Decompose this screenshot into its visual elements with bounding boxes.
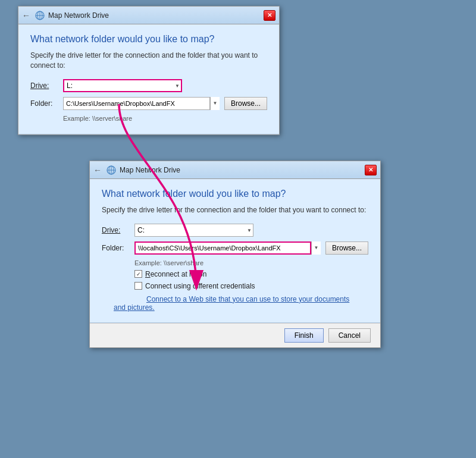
top-strip-2: What network folder would you like to ma… (90, 179, 380, 323)
globe-icon-2 (107, 165, 116, 175)
reconnect-label: Reconnect at logon (145, 270, 206, 278)
drive-select-2[interactable]: C: ▼ (134, 224, 253, 237)
folder-input-2[interactable]: \\localhost\CS\Users\Username\Dropbox\La… (134, 241, 311, 255)
globe-icon (35, 11, 45, 20)
drive-row-2: Drive: C: ▼ (102, 224, 368, 237)
drive-row-1: Drive: L: ▼ (30, 79, 267, 92)
window2: ← Map Network Drive ✕ What network folde… (89, 161, 381, 348)
drive-dropdown-arrow-1: ▼ (175, 83, 180, 88)
credentials-label: Connect using different credentials (145, 282, 255, 290)
folder-input-1[interactable]: C:\Users\Username\Dropbox\LandFX (63, 97, 210, 110)
title-text-2: Map Network Drive (120, 166, 361, 174)
drive-select-1[interactable]: L: ▼ (63, 79, 182, 92)
heading-2: What network folder would you like to ma… (102, 189, 368, 199)
example-text-2: Example: \\server\share (134, 259, 368, 266)
window1: ← Map Network Drive ✕ What network folde… (18, 6, 280, 135)
close-button-1[interactable]: ✕ (264, 10, 275, 21)
heading-1: What network folder would you like to ma… (30, 34, 267, 45)
folder-row-1: Folder: C:\Users\Username\Dropbox\LandFX… (30, 97, 267, 110)
browse-button-2[interactable]: Browse... (325, 241, 368, 255)
top-strip-1: What network folder would you like to ma… (18, 24, 279, 134)
finish-button[interactable]: Finish (284, 328, 324, 343)
drive-label-2: Drive: (102, 226, 134, 234)
folder-label-2: Folder: (102, 244, 134, 252)
reconnect-checkbox[interactable]: ✓ (134, 270, 142, 278)
subtext-1: Specify the drive letter for the connect… (30, 51, 267, 71)
back-icon[interactable]: ← (22, 11, 30, 20)
subtext-2: Specify the drive letter for the connect… (102, 205, 368, 215)
browse-button-1[interactable]: Browse... (224, 97, 267, 110)
folder-label-1: Folder: (30, 99, 63, 108)
back-icon-2[interactable]: ← (93, 165, 102, 175)
example-text-1: Example: \\server\share (63, 115, 267, 122)
cancel-button[interactable]: Cancel (328, 328, 371, 343)
drive-label-1: Drive: (30, 81, 63, 90)
folder-dropdown-arrow-1[interactable]: ▼ (210, 97, 220, 110)
folder-row-2: Folder: \\localhost\CS\Users\Username\Dr… (102, 241, 368, 255)
title-bar-2: ← Map Network Drive ✕ (90, 161, 380, 179)
close-button-2[interactable]: ✕ (365, 165, 377, 175)
web-link[interactable]: Connect to a Web site that you can use t… (114, 295, 349, 312)
title-text-1: Map Network Drive (48, 11, 260, 20)
drive-dropdown-arrow-2: ▼ (247, 227, 252, 233)
title-bar-1: ← Map Network Drive ✕ (18, 7, 279, 24)
window-footer: Finish Cancel (90, 323, 380, 347)
folder-dropdown-arrow-2[interactable]: ▼ (311, 241, 321, 255)
credentials-checkbox[interactable] (134, 282, 142, 290)
checkbox-row-reconnect: ✓ Reconnect at logon (134, 270, 368, 278)
checkbox-row-credentials: Connect using different credentials (134, 282, 368, 290)
